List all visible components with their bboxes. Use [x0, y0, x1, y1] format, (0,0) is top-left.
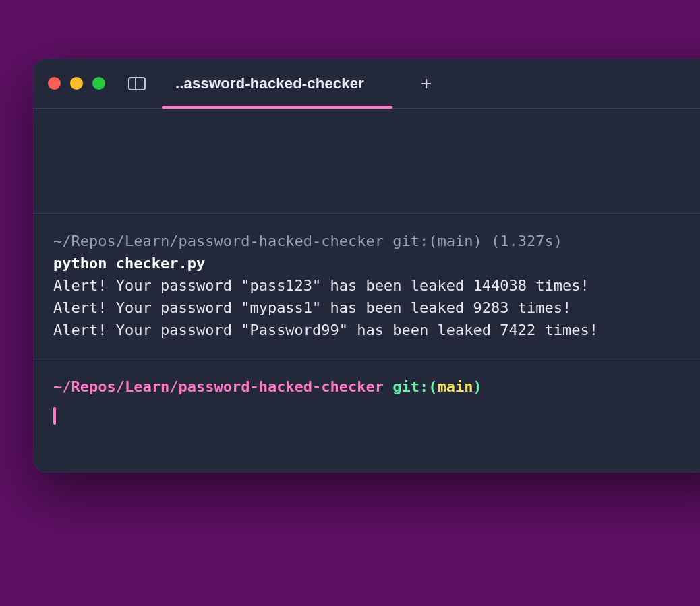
- svg-rect-0: [129, 78, 145, 90]
- output-line: Alert! Your password "pass123" has been …: [53, 274, 700, 297]
- tab-title: ..assword-hacked-checker: [175, 75, 364, 92]
- output-line: Alert! Your password "Password99" has be…: [53, 319, 700, 341]
- paren-open: (: [428, 378, 437, 395]
- close-icon[interactable]: [48, 77, 61, 90]
- terminal-window: ..assword-hacked-checker + ~/Repos/Learn…: [33, 59, 700, 473]
- empty-output-block: [33, 109, 700, 214]
- new-tab-button[interactable]: +: [414, 70, 438, 97]
- prompt-branch: main: [438, 378, 473, 395]
- window-controls: [48, 77, 105, 90]
- command-line: python checker.py: [53, 252, 700, 274]
- active-prompt[interactable]: ~/Repos/Learn/password-hacked-checker gi…: [33, 359, 700, 398]
- minimize-icon[interactable]: [70, 77, 83, 90]
- prompt-path: ~/Repos/Learn/password-hacked-checker: [53, 378, 384, 395]
- paren-close: ): [473, 378, 482, 395]
- output-line: Alert! Your password "mypass1" has been …: [53, 297, 700, 319]
- split-pane-icon[interactable]: [128, 77, 146, 90]
- titlebar: ..assword-hacked-checker +: [33, 59, 700, 109]
- zoom-icon[interactable]: [92, 77, 105, 90]
- tab-underline: [162, 106, 392, 109]
- terminal-output-block[interactable]: ~/Repos/Learn/password-hacked-checker gi…: [33, 214, 700, 341]
- tab-active[interactable]: ..assword-hacked-checker: [170, 59, 384, 108]
- prompt-git: git:: [392, 378, 428, 395]
- prompt-context: ~/Repos/Learn/password-hacked-checker gi…: [53, 230, 700, 252]
- cursor-icon: [53, 407, 56, 425]
